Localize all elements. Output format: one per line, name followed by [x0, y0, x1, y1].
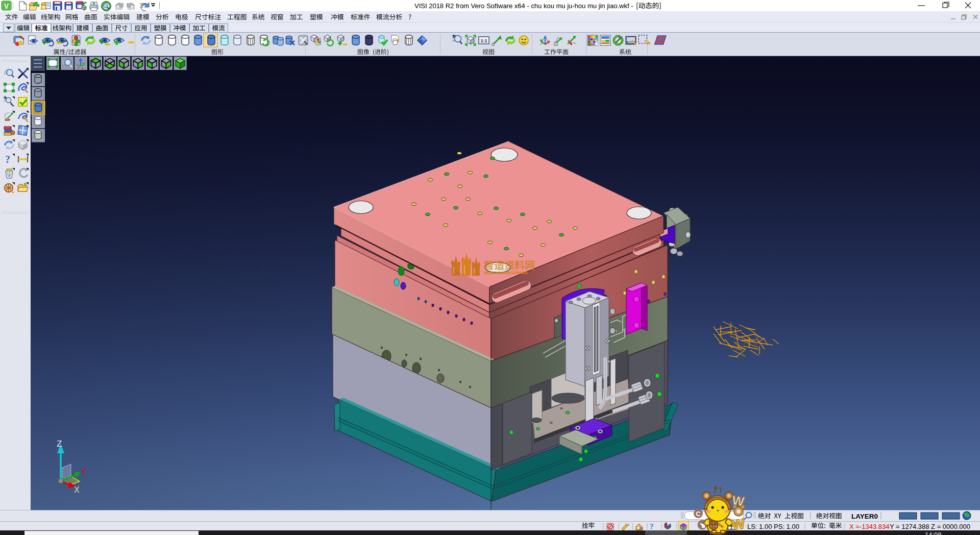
svg-text:Z: Z	[57, 439, 62, 449]
svg-text:10: 10	[640, 527, 643, 530]
svg-text:C: C	[696, 510, 701, 518]
svg-text:?: ?	[5, 154, 10, 165]
svg-text:X: X	[74, 485, 80, 494]
svg-text:W: W	[731, 516, 746, 532]
svg-text:INTELLIGENT MANUFACTURING DATA: INTELLIGENT MANUFACTURING DATA	[484, 271, 528, 275]
svg-text:V: V	[4, 2, 9, 10]
svg-text:1:1: 1:1	[480, 38, 487, 43]
svg-text:?: ?	[650, 522, 654, 530]
svg-text:Y: Y	[81, 468, 86, 476]
